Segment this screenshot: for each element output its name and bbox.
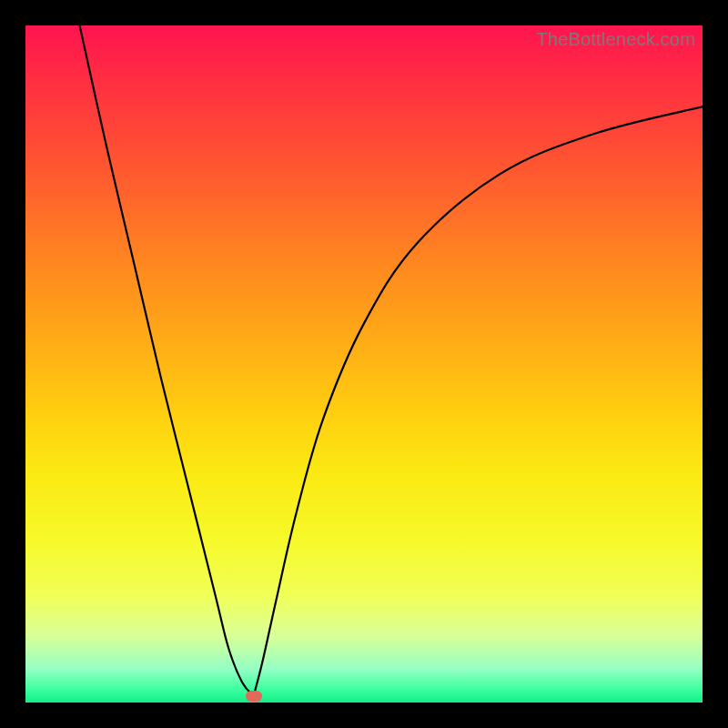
bottleneck-curve <box>25 25 703 703</box>
curve-right-branch <box>254 106 703 695</box>
chart-frame: TheBottleneck.com <box>0 0 728 728</box>
plot-area: TheBottleneck.com <box>25 25 703 703</box>
minimum-marker <box>246 691 262 702</box>
curve-left-branch <box>80 25 254 696</box>
